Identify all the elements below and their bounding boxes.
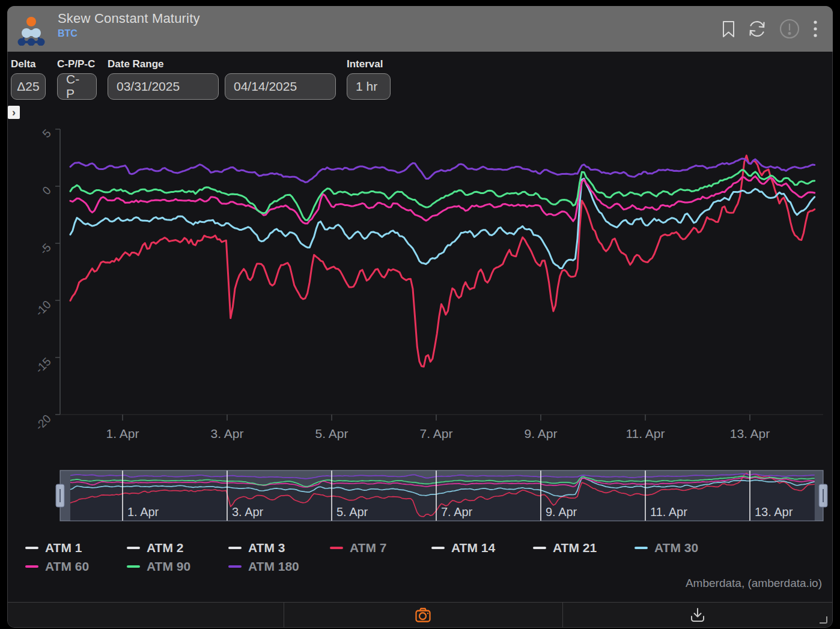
legend-label: ATM 1 — [45, 541, 82, 555]
download-button[interactable] — [562, 603, 832, 628]
series-line-atm-30 — [70, 178, 815, 268]
skew-chart[interactable]: 50-5-10-15-201. Apr3. Apr5. Apr7. Apr9. … — [0, 0, 840, 629]
legend-item-atm-90[interactable]: ATM 90 — [127, 558, 228, 576]
legend-item-atm-60[interactable]: ATM 60 — [25, 558, 127, 576]
legend-item-atm-2[interactable]: ATM 2 — [127, 539, 228, 557]
legend-dash-icon — [330, 547, 343, 549]
y-axis-tick-label: 0 — [40, 184, 53, 197]
navigator-tick-label: 1. Apr — [127, 505, 159, 518]
navigator-tick-label: 3. Apr — [232, 505, 264, 518]
attribution-text: Amberdata, (amberdata.io) — [686, 577, 822, 590]
legend-label: ATM 60 — [45, 559, 89, 574]
navigator-tick-label: 9. Apr — [546, 505, 577, 518]
legend-label: ATM 3 — [248, 541, 285, 555]
legend-item-atm-14[interactable]: ATM 14 — [431, 539, 533, 557]
navigator-tick-label: 11. Apr — [650, 505, 687, 518]
legend-dash-icon — [228, 565, 242, 568]
series-line-atm-180 — [70, 159, 815, 183]
y-axis-tick-label: -20 — [33, 412, 53, 433]
legend-dash-icon — [127, 565, 140, 568]
navigator-right-handle[interactable] — [819, 484, 827, 507]
legend-label: ATM 30 — [654, 541, 698, 555]
legend-item-atm-21[interactable]: ATM 21 — [533, 539, 635, 557]
x-axis-tick-label: 7. Apr — [420, 427, 453, 440]
app-screen: Skew Constant Maturity BTC — [0, 0, 840, 629]
x-axis-tick-label: 1. Apr — [106, 427, 139, 440]
legend-label: ATM 21 — [553, 541, 597, 555]
x-axis-tick-label: 11. Apr — [626, 427, 665, 440]
x-axis-tick-label: 5. Apr — [315, 427, 348, 440]
navigator[interactable]: 1. Apr3. Apr5. Apr7. Apr9. Apr11. Apr13.… — [56, 470, 827, 521]
y-axis-tick-label: -5 — [37, 241, 53, 257]
legend-dash-icon — [25, 547, 38, 549]
navigator-tick-label: 7. Apr — [441, 505, 473, 518]
resize-corner-handle[interactable] — [820, 616, 827, 624]
navigator-left-handle[interactable] — [56, 484, 64, 507]
navigator-tick-label: 13. Apr — [755, 505, 793, 518]
legend-label: ATM 180 — [248, 559, 299, 574]
y-axis-tick-label: -15 — [33, 355, 53, 375]
screenshot-camera-button[interactable] — [284, 603, 562, 628]
x-axis-tick-label: 3. Apr — [211, 427, 244, 440]
bottom-toolbar — [8, 602, 832, 627]
x-axis-tick-label: 13. Apr — [730, 427, 770, 440]
legend-label: ATM 90 — [147, 559, 190, 574]
chart-legend: ATM 1ATM 2ATM 3ATM 7ATM 14ATM 21ATM 30AT… — [25, 539, 736, 576]
legend-dash-icon — [228, 547, 242, 549]
y-axis-tick-label: -10 — [33, 298, 53, 318]
main-plot-area[interactable]: 50-5-10-15-201. Apr3. Apr5. Apr7. Apr9. … — [33, 127, 823, 440]
legend-item-atm-3[interactable]: ATM 3 — [228, 539, 330, 557]
navigator-tick-label: 5. Apr — [336, 505, 368, 518]
legend-item-atm-180[interactable]: ATM 180 — [228, 558, 330, 576]
legend-label: ATM 7 — [350, 541, 386, 555]
y-axis-tick-label: 5 — [40, 127, 53, 140]
legend-item-atm-30[interactable]: ATM 30 — [635, 539, 736, 557]
legend-dash-icon — [431, 547, 445, 549]
legend-dash-icon — [533, 547, 546, 549]
legend-dash-icon — [25, 565, 38, 568]
legend-item-atm-7[interactable]: ATM 7 — [330, 539, 431, 557]
legend-dash-icon — [127, 547, 140, 549]
legend-dash-icon — [635, 547, 648, 549]
x-axis-tick-label: 9. Apr — [525, 427, 558, 440]
legend-label: ATM 2 — [147, 541, 183, 555]
legend-item-atm-1[interactable]: ATM 1 — [25, 539, 127, 557]
legend-label: ATM 14 — [451, 541, 495, 555]
